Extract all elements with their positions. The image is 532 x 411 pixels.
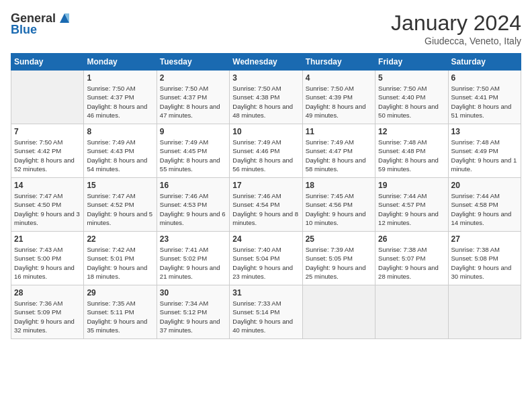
day-info: Sunrise: 7:44 AMSunset: 4:58 PMDaylight:… — [451, 191, 518, 227]
day-info: Sunrise: 7:44 AMSunset: 4:57 PMDaylight:… — [378, 191, 445, 227]
day-info: Sunrise: 7:50 AMSunset: 4:37 PMDaylight:… — [160, 84, 226, 120]
table-row: 21Sunrise: 7:43 AMSunset: 5:00 PMDayligh… — [11, 232, 84, 285]
table-row: 5Sunrise: 7:50 AMSunset: 4:40 PMDaylight… — [375, 71, 448, 124]
day-info: Sunrise: 7:35 AMSunset: 5:11 PMDaylight:… — [87, 299, 153, 334]
header-tuesday: Tuesday — [157, 54, 229, 71]
table-row: 12Sunrise: 7:48 AMSunset: 4:48 PMDayligh… — [375, 124, 448, 178]
day-number: 4 — [306, 73, 372, 83]
day-number: 28 — [14, 288, 81, 298]
day-number: 8 — [87, 127, 153, 136]
day-info: Sunrise: 7:46 AMSunset: 4:53 PMDaylight:… — [160, 191, 226, 227]
day-info: Sunrise: 7:40 AMSunset: 5:04 PMDaylight:… — [232, 245, 299, 281]
day-number: 11 — [306, 127, 372, 136]
day-info: Sunrise: 7:49 AMSunset: 4:47 PMDaylight:… — [306, 138, 372, 173]
table-row: 1Sunrise: 7:50 AMSunset: 4:37 PMDaylight… — [84, 71, 157, 124]
calendar-week-row: 1Sunrise: 7:50 AMSunset: 4:37 PMDaylight… — [11, 71, 521, 124]
day-info: Sunrise: 7:50 AMSunset: 4:38 PMDaylight:… — [232, 84, 299, 120]
table-row: 10Sunrise: 7:49 AMSunset: 4:46 PMDayligh… — [230, 124, 302, 178]
day-info: Sunrise: 7:46 AMSunset: 4:54 PMDaylight:… — [232, 191, 299, 227]
table-row: 3Sunrise: 7:50 AMSunset: 4:38 PMDaylight… — [230, 71, 302, 124]
calendar-week-row: 7Sunrise: 7:50 AMSunset: 4:42 PMDaylight… — [11, 124, 521, 178]
table-row: 29Sunrise: 7:35 AMSunset: 5:11 PMDayligh… — [84, 285, 157, 339]
header-friday: Friday — [375, 54, 448, 71]
page-container: General Blue January 2024 Giudecca, Vene… — [0, 0, 532, 411]
day-number: 27 — [451, 234, 518, 244]
day-number: 9 — [160, 127, 226, 136]
header-monday: Monday — [84, 54, 157, 71]
table-row: 31Sunrise: 7:33 AMSunset: 5:14 PMDayligh… — [230, 285, 302, 339]
day-info: Sunrise: 7:43 AMSunset: 5:00 PMDaylight:… — [14, 245, 81, 281]
calendar-week-row: 14Sunrise: 7:47 AMSunset: 4:50 PMDayligh… — [11, 178, 521, 232]
table-row: 8Sunrise: 7:49 AMSunset: 4:43 PMDaylight… — [84, 124, 157, 178]
table-row: 24Sunrise: 7:40 AMSunset: 5:04 PMDayligh… — [230, 232, 302, 285]
table-row: 15Sunrise: 7:47 AMSunset: 4:52 PMDayligh… — [84, 178, 157, 232]
day-number: 23 — [160, 234, 226, 244]
day-number: 29 — [87, 288, 153, 298]
day-number: 25 — [306, 234, 372, 244]
table-row: 14Sunrise: 7:47 AMSunset: 4:50 PMDayligh… — [11, 178, 84, 232]
day-info: Sunrise: 7:47 AMSunset: 4:52 PMDaylight:… — [87, 191, 153, 227]
day-info: Sunrise: 7:49 AMSunset: 4:45 PMDaylight:… — [160, 138, 226, 173]
table-row: 27Sunrise: 7:38 AMSunset: 5:08 PMDayligh… — [448, 232, 521, 285]
day-number: 12 — [378, 127, 445, 136]
day-number: 7 — [14, 127, 81, 136]
logo: General Blue — [11, 11, 72, 37]
day-number: 19 — [378, 181, 445, 190]
day-number: 31 — [232, 288, 299, 298]
location-subtitle: Giudecca, Veneto, Italy — [391, 36, 521, 46]
header-thursday: Thursday — [302, 54, 375, 71]
day-info: Sunrise: 7:49 AMSunset: 4:43 PMDaylight:… — [87, 138, 153, 173]
table-row: 23Sunrise: 7:41 AMSunset: 5:02 PMDayligh… — [157, 232, 229, 285]
table-row: 16Sunrise: 7:46 AMSunset: 4:53 PMDayligh… — [157, 178, 229, 232]
table-row: 11Sunrise: 7:49 AMSunset: 4:47 PMDayligh… — [302, 124, 375, 178]
day-number: 20 — [451, 181, 518, 190]
day-number: 16 — [160, 181, 226, 190]
day-number: 24 — [232, 234, 299, 244]
day-info: Sunrise: 7:50 AMSunset: 4:41 PMDaylight:… — [451, 84, 518, 120]
day-info: Sunrise: 7:50 AMSunset: 4:39 PMDaylight:… — [306, 84, 372, 120]
month-title: January 2024 — [391, 11, 521, 36]
title-section: January 2024 Giudecca, Veneto, Italy — [391, 11, 521, 46]
table-row: 2Sunrise: 7:50 AMSunset: 4:37 PMDaylight… — [157, 71, 229, 124]
day-info: Sunrise: 7:38 AMSunset: 5:08 PMDaylight:… — [451, 245, 518, 281]
table-row: 17Sunrise: 7:46 AMSunset: 4:54 PMDayligh… — [230, 178, 302, 232]
day-info: Sunrise: 7:34 AMSunset: 5:12 PMDaylight:… — [160, 299, 226, 334]
day-info: Sunrise: 7:47 AMSunset: 4:50 PMDaylight:… — [14, 191, 81, 227]
calendar-table: Sunday Monday Tuesday Wednesday Thursday… — [11, 53, 521, 339]
table-row: 26Sunrise: 7:38 AMSunset: 5:07 PMDayligh… — [375, 232, 448, 285]
day-number: 6 — [451, 73, 518, 83]
day-info: Sunrise: 7:49 AMSunset: 4:46 PMDaylight:… — [232, 138, 299, 173]
table-row — [302, 285, 375, 339]
day-info: Sunrise: 7:48 AMSunset: 4:48 PMDaylight:… — [378, 138, 445, 173]
day-info: Sunrise: 7:33 AMSunset: 5:14 PMDaylight:… — [232, 299, 299, 334]
page-header: General Blue January 2024 Giudecca, Vene… — [11, 11, 521, 46]
table-row — [448, 285, 521, 339]
table-row: 9Sunrise: 7:49 AMSunset: 4:45 PMDaylight… — [157, 124, 229, 178]
day-number: 14 — [14, 181, 81, 190]
table-row: 4Sunrise: 7:50 AMSunset: 4:39 PMDaylight… — [302, 71, 375, 124]
day-number: 26 — [378, 234, 445, 244]
table-row — [375, 285, 448, 339]
day-number: 13 — [451, 127, 518, 136]
day-info: Sunrise: 7:48 AMSunset: 4:49 PMDaylight:… — [451, 138, 518, 173]
table-row: 18Sunrise: 7:45 AMSunset: 4:56 PMDayligh… — [302, 178, 375, 232]
table-row: 30Sunrise: 7:34 AMSunset: 5:12 PMDayligh… — [157, 285, 229, 339]
logo-icon — [57, 11, 72, 26]
table-row: 19Sunrise: 7:44 AMSunset: 4:57 PMDayligh… — [375, 178, 448, 232]
day-info: Sunrise: 7:36 AMSunset: 5:09 PMDaylight:… — [14, 299, 81, 334]
day-info: Sunrise: 7:38 AMSunset: 5:07 PMDaylight:… — [378, 245, 445, 281]
table-row: 13Sunrise: 7:48 AMSunset: 4:49 PMDayligh… — [448, 124, 521, 178]
table-row: 20Sunrise: 7:44 AMSunset: 4:58 PMDayligh… — [448, 178, 521, 232]
table-row: 7Sunrise: 7:50 AMSunset: 4:42 PMDaylight… — [11, 124, 84, 178]
day-number: 30 — [160, 288, 226, 298]
logo-blue: Blue — [11, 23, 37, 37]
day-number: 18 — [306, 181, 372, 190]
table-row: 6Sunrise: 7:50 AMSunset: 4:41 PMDaylight… — [448, 71, 521, 124]
table-row: 22Sunrise: 7:42 AMSunset: 5:01 PMDayligh… — [84, 232, 157, 285]
day-number: 3 — [232, 73, 299, 83]
table-row — [11, 71, 84, 124]
calendar-week-row: 21Sunrise: 7:43 AMSunset: 5:00 PMDayligh… — [11, 232, 521, 285]
day-number: 22 — [87, 234, 153, 244]
day-number: 15 — [87, 181, 153, 190]
day-number: 5 — [378, 73, 445, 83]
